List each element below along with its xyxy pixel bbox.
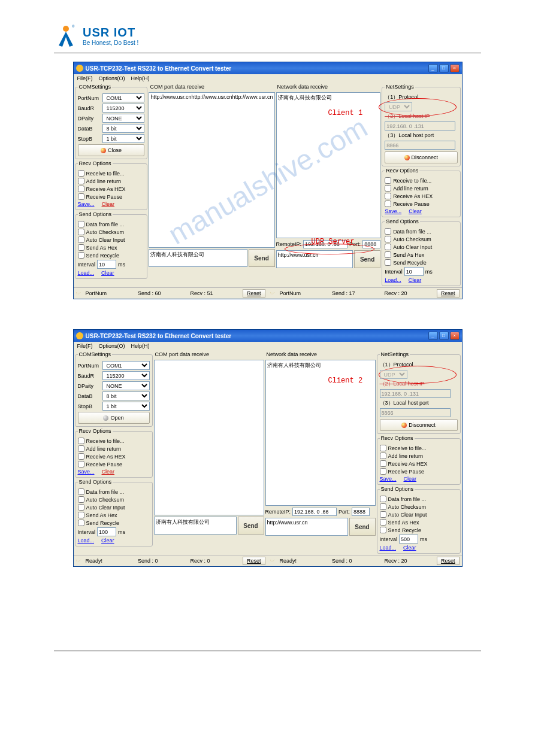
disconnect-button[interactable]: Disconnect [385, 151, 457, 163]
portnum-select[interactable]: COM1 [102, 361, 150, 370]
reset-button-right[interactable]: Reset [437, 557, 460, 565]
parity-select[interactable]: NONE [102, 114, 145, 123]
net-send-button[interactable]: Send [354, 250, 380, 268]
send-ashex-cb[interactable] [380, 519, 386, 526]
reset-button-left[interactable]: Reset [243, 289, 265, 297]
recv-clear-link[interactable]: Clear [404, 476, 417, 482]
close-com-button[interactable]: Close [78, 144, 145, 156]
recv-addline-cb[interactable] [78, 445, 84, 452]
send-fromfile-cb[interactable] [78, 488, 84, 495]
send-load-link[interactable]: Load... [380, 545, 397, 551]
recv-tofile-cb[interactable] [78, 170, 84, 177]
send-load-link[interactable]: Load... [78, 538, 95, 544]
send-checksum-cb[interactable] [385, 236, 391, 242]
interval-input[interactable] [399, 535, 418, 544]
recv-clear-link[interactable]: Clear [102, 201, 115, 207]
send-checksum-cb[interactable] [78, 229, 84, 235]
datab-select[interactable]: 8 bit [102, 124, 145, 133]
reset-button-left[interactable]: Reset [243, 557, 265, 565]
send-checksum-cb[interactable] [78, 496, 84, 503]
remoteport-input[interactable] [352, 508, 370, 516]
recv-pause-cb[interactable] [380, 468, 386, 475]
disconnect-button[interactable]: Disconnect [380, 419, 458, 431]
titlebar[interactable]: USR-TCP232-Test RS232 to Ethernet Conver… [74, 62, 462, 74]
interval-input[interactable] [97, 527, 116, 536]
recv-tofile-cb[interactable] [385, 177, 391, 184]
maximize-button[interactable]: □ [439, 64, 449, 72]
parity-select[interactable]: NONE [102, 381, 150, 390]
menu-help[interactable]: Help(H) [131, 343, 150, 349]
recv-pause-cb[interactable] [385, 201, 391, 207]
datab-select[interactable]: 8 bit [102, 391, 150, 400]
minimize-button[interactable]: _ [428, 64, 438, 72]
menu-file[interactable]: File(F) [77, 343, 93, 349]
recv-ashex-cb[interactable] [380, 460, 386, 467]
recv-tofile-cb[interactable] [380, 445, 386, 451]
send-recycle-cb[interactable] [380, 527, 386, 533]
recv-ashex-cb[interactable] [78, 453, 84, 460]
reset-button-right[interactable]: Reset [437, 289, 460, 297]
baud-select[interactable]: 115200 [102, 371, 150, 380]
com-rx-area[interactable] [154, 360, 264, 515]
close-button[interactable]: × [450, 64, 460, 72]
net-tx-area[interactable]: http://www.usr.cn [276, 250, 353, 268]
send-checksum-cb[interactable] [380, 503, 386, 510]
recv-addline-cb[interactable] [78, 178, 84, 184]
send-clear-link[interactable]: Clear [403, 545, 416, 551]
com-tx-area[interactable]: 济南有人科技有限公司 [149, 249, 247, 267]
menu-options[interactable]: Options(O) [99, 343, 125, 349]
send-load-link[interactable]: Load... [78, 270, 95, 276]
recv-pause-cb[interactable] [78, 193, 84, 200]
menu-file[interactable]: File(F) [77, 75, 93, 81]
recv-ashex-cb[interactable] [385, 193, 391, 199]
interval-input[interactable] [97, 260, 116, 269]
send-recycle-cb[interactable] [385, 259, 391, 266]
recv-addline-cb[interactable] [385, 185, 391, 192]
send-ashex-cb[interactable] [78, 512, 84, 518]
com-rx-area[interactable]: http://www.usr.cnhttp://www.usr.cnhttp:/… [149, 92, 274, 248]
send-clear-link[interactable]: Clear [101, 538, 114, 544]
interval-input[interactable] [404, 267, 424, 276]
recv-clear-link[interactable]: Clear [409, 208, 422, 214]
com-tx-area[interactable]: 济南有人科技有限公司 [154, 517, 237, 535]
minimize-button[interactable]: _ [428, 332, 438, 340]
recv-pause-cb[interactable] [78, 461, 84, 467]
send-ashex-cb[interactable] [78, 244, 84, 251]
send-recycle-cb[interactable] [78, 252, 84, 259]
menu-options[interactable]: Options(O) [99, 75, 125, 81]
send-clear-link[interactable]: Clear [101, 270, 114, 276]
recv-addline-cb[interactable] [380, 453, 386, 459]
send-clearinput-cb[interactable] [78, 236, 84, 243]
recv-save-link[interactable]: Save... [78, 469, 95, 475]
close-button[interactable]: × [450, 332, 460, 340]
open-com-button[interactable]: Open [78, 412, 150, 424]
send-clear-link[interactable]: Clear [409, 277, 422, 283]
remoteport-input[interactable] [362, 240, 380, 248]
recv-tofile-cb[interactable] [78, 438, 84, 444]
recv-save-link[interactable]: Save... [385, 208, 401, 214]
send-load-link[interactable]: Load... [385, 277, 401, 283]
titlebar[interactable]: USR-TCP232-Test RS232 to Ethernet Conver… [74, 330, 462, 342]
recv-clear-link[interactable]: Clear [102, 469, 115, 475]
menu-help[interactable]: Help(H) [131, 75, 150, 81]
maximize-button[interactable]: □ [439, 332, 449, 340]
send-clearinput-cb[interactable] [78, 504, 84, 511]
stopb-select[interactable]: 1 bit [102, 134, 145, 143]
send-ashex-cb[interactable] [385, 251, 391, 258]
recv-ashex-cb[interactable] [78, 186, 84, 192]
net-tx-area[interactable]: http://www.usr.cn [265, 518, 348, 536]
recv-save-link[interactable]: Save... [380, 476, 397, 482]
send-clearinput-cb[interactable] [380, 511, 386, 518]
send-fromfile-cb[interactable] [385, 228, 391, 235]
send-fromfile-cb[interactable] [78, 221, 84, 227]
net-send-button[interactable]: Send [349, 518, 376, 536]
send-clearinput-cb[interactable] [385, 244, 391, 250]
stopb-select[interactable]: 1 bit [102, 402, 150, 411]
baud-select[interactable]: 115200 [102, 104, 145, 113]
com-send-button[interactable]: Send [238, 517, 264, 535]
send-recycle-cb[interactable] [78, 520, 84, 526]
remoteip-input[interactable] [292, 508, 337, 516]
com-send-button[interactable]: Send [249, 249, 275, 267]
portnum-select[interactable]: COM1 [102, 93, 145, 102]
send-fromfile-cb[interactable] [380, 496, 386, 502]
